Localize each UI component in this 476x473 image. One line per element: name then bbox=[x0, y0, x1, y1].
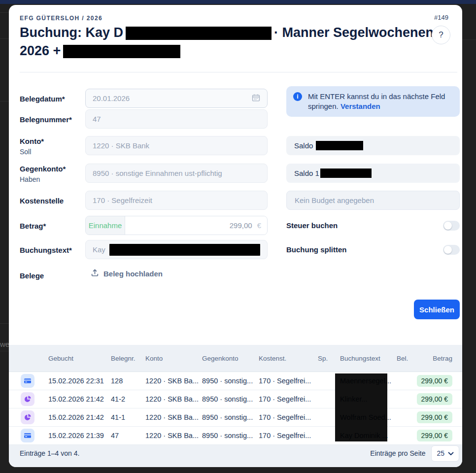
cell-betrag: 299,00 € bbox=[416, 375, 452, 387]
per-page-value: 25 bbox=[437, 449, 444, 457]
gegenkonto-label-text: Gegenkonto* bbox=[20, 164, 66, 173]
cell-konto: 1220 · SKB Ba... bbox=[145, 432, 202, 439]
cell-betrag: 299,00 € bbox=[416, 430, 452, 441]
redaction-bar bbox=[126, 27, 272, 40]
cell-konto: 1220 · SKB Ba... bbox=[145, 413, 202, 421]
cell-belegnr: 128 bbox=[111, 377, 145, 385]
booking-dialog: EFG GÜTERSLOH / 2026 #149 Buchung: Kay D… bbox=[9, 5, 462, 467]
table-row[interactable]: 15.02.2026 21:39 47 1220 · SKB Ba... 895… bbox=[9, 427, 462, 445]
cell-belegnr: 41-2 bbox=[111, 395, 145, 403]
betrag-input[interactable]: Einnahme 299,00 € bbox=[85, 216, 268, 235]
info-text: Mit ENTER kannst du in das nächste Feld … bbox=[308, 92, 453, 111]
konto-value: 1220 · SKB Bank bbox=[93, 141, 149, 150]
saldo-gegenkonto-text: Saldo 1 bbox=[294, 169, 319, 177]
kostenstelle-value: 170 · Segelfreizeit bbox=[93, 196, 152, 204]
buchung-splitten-toggle[interactable] bbox=[443, 245, 460, 255]
schliessen-button[interactable]: Schließen bbox=[414, 300, 460, 319]
euro-symbol: € bbox=[257, 221, 261, 230]
header-belegnr[interactable]: Belegnr. bbox=[111, 355, 145, 362]
table-row[interactable]: 15.02.2026 21:42 41-1 1220 · SKB Ba... 8… bbox=[9, 408, 462, 427]
table-header-row: Gebucht Belegnr. Konto Gegenkonto Kosten… bbox=[9, 345, 462, 372]
cell-gegenkonto: 8950 · sonstig... bbox=[202, 395, 259, 403]
belegdatum-label: Belegdatum* bbox=[20, 94, 65, 103]
bookings-table-section: Gebucht Belegnr. Konto Gegenkonto Kosten… bbox=[9, 345, 462, 467]
screen: we EFG GÜTERSLOH / 2026 #149 Buchung: Ka… bbox=[0, 0, 476, 473]
betrag-type-segment[interactable]: Einnahme bbox=[86, 216, 125, 235]
betrag-amount-segment[interactable]: 299,00 € bbox=[125, 216, 267, 235]
background-divider bbox=[0, 101, 9, 101]
belegnummer-value: 47 bbox=[93, 115, 101, 123]
gegenkonto-input[interactable]: 8950 · sonstige Einnahmen ust-pflichtig bbox=[85, 164, 268, 183]
calendar-icon[interactable] bbox=[252, 94, 260, 103]
cell-gegenkonto: 8950 · sonstig... bbox=[202, 377, 259, 385]
cell-gebucht: 15.02.2026 21:39 bbox=[48, 432, 111, 439]
cell-konto: 1220 · SKB Ba... bbox=[145, 395, 202, 403]
cell-betrag: 299,00 € bbox=[416, 393, 452, 405]
konto-input[interactable]: 1220 · SKB Bank bbox=[85, 136, 268, 155]
header-buchungstext[interactable]: Buchungstext bbox=[340, 355, 397, 362]
redaction-bar bbox=[109, 244, 260, 256]
cell-gegenkonto: 8950 · sonstig... bbox=[202, 432, 259, 439]
gegenkonto-label: Gegenkonto* Haben bbox=[20, 164, 66, 184]
redaction-bar bbox=[63, 45, 180, 58]
belege-label: Belege bbox=[20, 271, 44, 280]
buchungstext-input[interactable]: Kay bbox=[85, 240, 268, 259]
record-id: #149 bbox=[434, 14, 448, 21]
steuer-buchen-toggle[interactable] bbox=[443, 221, 460, 231]
cell-konto: 1220 · SKB Ba... bbox=[145, 377, 202, 385]
steuer-buchen-row: Steuer buchen bbox=[286, 216, 460, 235]
table-row[interactable]: 15.02.2026 21:42 41-2 1220 · SKB Ba... 8… bbox=[9, 390, 462, 408]
background-top-bar bbox=[0, 0, 476, 4]
help-button[interactable]: ? bbox=[432, 26, 450, 44]
gegenkonto-sublabel: Haben bbox=[20, 175, 66, 184]
enter-hint-box: i Mit ENTER kannst du in das nächste Fel… bbox=[286, 86, 460, 117]
background-divider bbox=[0, 351, 9, 351]
header-konto[interactable]: Konto bbox=[145, 355, 202, 362]
header-betrag[interactable]: Betrag bbox=[416, 355, 452, 362]
belegdatum-input[interactable]: 20.01.2026 bbox=[85, 89, 268, 108]
cell-gebucht: 15.02.2026 21:42 bbox=[48, 413, 111, 421]
header-divider bbox=[20, 72, 457, 72]
upload-label: Beleg hochladen bbox=[103, 270, 163, 278]
breadcrumb[interactable]: EFG GÜTERSLOH / 2026 bbox=[20, 15, 102, 22]
cell-kostenst: 170 · Segelfrei... bbox=[259, 395, 318, 403]
buchung-splitten-row: Buchung splitten bbox=[286, 240, 460, 259]
belegnummer-input[interactable]: 47 bbox=[85, 109, 268, 129]
header-kostenst[interactable]: Kostenst. bbox=[259, 355, 318, 362]
upload-icon bbox=[91, 269, 99, 278]
betrag-amount: 299,00 bbox=[230, 221, 252, 230]
cell-belegnr: 47 bbox=[111, 432, 145, 439]
chevron-down-icon bbox=[448, 449, 454, 457]
header-bel[interactable]: Bel. bbox=[397, 355, 416, 362]
konto-sublabel: Soll bbox=[20, 147, 44, 157]
table-row[interactable]: 15.02.2026 22:31 128 1220 · SKB Ba... 89… bbox=[9, 372, 462, 390]
buchungstext-value: Kay bbox=[93, 245, 105, 254]
info-icon: i bbox=[293, 92, 302, 101]
buchung-splitten-label: Buchung splitten bbox=[286, 245, 347, 254]
card-icon bbox=[21, 374, 34, 388]
redaction-box-buchungstext bbox=[335, 373, 387, 441]
per-page-label: Einträge pro Seite bbox=[370, 449, 425, 457]
amount-badge: 299,00 € bbox=[417, 393, 453, 405]
header-gebucht[interactable]: Gebucht bbox=[48, 355, 111, 362]
verstanden-link[interactable]: Verstanden bbox=[340, 102, 380, 110]
beleg-hochladen-button[interactable]: Beleg hochladen bbox=[88, 268, 166, 279]
cell-belegnr: 41-1 bbox=[111, 413, 145, 421]
steuer-buchen-label: Steuer buchen bbox=[286, 221, 338, 230]
redaction-bar bbox=[316, 141, 363, 150]
amount-badge: 299,00 € bbox=[417, 430, 453, 441]
table-footer: Einträge 1–4 von 4. Einträge pro Seite 2… bbox=[9, 445, 462, 461]
kostenstelle-input[interactable]: 170 · Segelfreizeit bbox=[85, 191, 268, 210]
header-sp[interactable]: Sp. bbox=[318, 355, 340, 362]
per-page-select[interactable]: 25 bbox=[431, 445, 459, 462]
header-gegenkonto[interactable]: Gegenkonto bbox=[202, 355, 259, 362]
gegenkonto-value: 8950 · sonstige Einnahmen ust-pflichtig bbox=[93, 169, 222, 177]
cell-kostenst: 170 · Segelfrei... bbox=[259, 413, 318, 421]
pie-chart-icon bbox=[21, 392, 34, 406]
betrag-label: Betrag* bbox=[20, 221, 46, 231]
card-icon bbox=[21, 429, 34, 442]
cell-kostenst: 170 · Segelfrei... bbox=[259, 432, 318, 439]
background-text-fragment: we bbox=[0, 340, 9, 348]
amount-badge: 299,00 € bbox=[417, 375, 453, 387]
konto-label-text: Konto* bbox=[20, 136, 44, 146]
